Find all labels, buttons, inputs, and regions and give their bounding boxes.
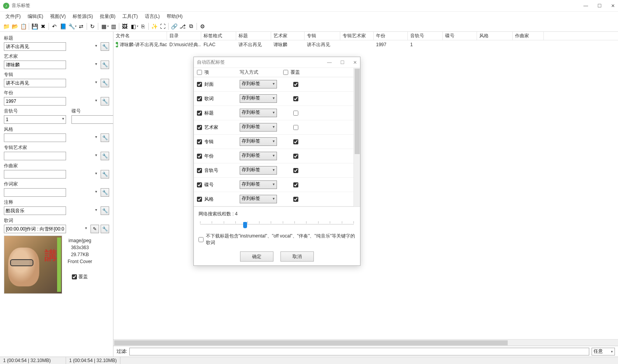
copy-icon[interactable]: 📋 [19,23,27,30]
row-enable-checkbox[interactable] [197,96,202,101]
row-enable-checkbox[interactable] [197,197,202,202]
dialog-close-button[interactable]: ✕ [353,60,357,65]
dialog-maximize-button[interactable]: ☐ [340,60,345,65]
row-enable-checkbox[interactable] [197,125,202,130]
menu-item-6[interactable]: 语言(L) [142,12,163,21]
delete-icon[interactable]: ✖ [39,23,47,30]
row-overwrite-checkbox[interactable] [293,197,298,202]
row-overwrite-checkbox[interactable] [293,82,298,87]
dialog-scrollbar[interactable] [353,68,360,206]
write-mode-select[interactable]: 存到标签 [240,80,277,88]
track-input[interactable] [4,115,66,124]
column-header[interactable]: 风格 [477,32,513,40]
year-input[interactable] [4,97,66,106]
column-header[interactable]: 年份 [374,32,408,40]
row-overwrite-checkbox[interactable] [293,125,298,130]
maximize-button[interactable]: ☐ [597,3,602,9]
row-overwrite-checkbox[interactable] [293,182,298,187]
image-icon[interactable]: 🖼 [121,23,129,30]
row-enable-checkbox[interactable] [197,182,202,187]
column-header[interactable]: 碟号 [443,32,477,40]
cancel-button[interactable]: 取消 [280,251,314,262]
menu-item-3[interactable]: 标签源(S) [70,12,96,21]
grid-icon[interactable]: ▦ [100,23,108,30]
row-enable-checkbox[interactable] [197,154,202,159]
disc-input[interactable] [71,115,113,124]
column-header[interactable]: 专辑艺术家 [340,32,374,40]
save-icon[interactable]: 💾 [31,23,38,30]
window-icon[interactable]: ⧉ [187,23,195,30]
write-mode-select[interactable]: 存到标签 [240,152,277,160]
lyricist-input[interactable] [4,188,66,197]
write-mode-select[interactable]: 存到标签 [240,180,277,189]
crop-icon[interactable]: ⛶ [159,23,167,30]
tree-icon[interactable]: ⎇ [179,23,186,30]
albumartist-input[interactable] [4,152,66,160]
menu-item-4[interactable]: 批量(B) [97,12,118,21]
write-mode-select[interactable]: 存到标签 [240,109,277,117]
skip-instrumental-checkbox[interactable] [198,237,204,242]
row-enable-checkbox[interactable] [197,82,202,87]
write-mode-select[interactable]: 存到标签 [240,166,277,175]
write-mode-select[interactable]: 存到标签 [240,137,277,146]
undo-icon[interactable]: ↶ [50,23,58,30]
minimize-button[interactable]: — [583,3,588,9]
menu-item-0[interactable]: 文件(F) [2,12,24,21]
cover-art[interactable]: 講 [4,236,62,294]
composer-tool-button[interactable]: 🔧 [101,170,109,179]
close-button[interactable]: ✕ [611,3,615,9]
column-header[interactable]: 标签格式 [201,32,236,40]
title-tool-button[interactable]: 🔧 [101,42,109,51]
folder-open-icon[interactable]: 📂 [11,23,19,30]
row-overwrite-checkbox[interactable] [293,96,298,101]
dialog-minimize-button[interactable]: — [327,60,332,65]
lyrics-tool-button[interactable]: 🔧 [101,225,109,233]
lyricist-tool-button[interactable]: 🔧 [101,188,109,197]
row-enable-checkbox[interactable] [197,111,202,116]
write-mode-select[interactable]: 存到标签 [240,123,277,132]
comment-input[interactable] [4,206,66,215]
album-tool-button[interactable]: 🔧 [101,79,109,87]
filter-mode-select[interactable]: 任意 [592,348,615,355]
table-body[interactable]: ▶谭咏麟-讲不出再见.flacD:\music\经典...FLAC讲不出再见谭咏… [113,40,618,339]
row-overwrite-checkbox[interactable] [293,154,298,159]
lyrics-input[interactable] [4,225,66,233]
column-header[interactable]: 目录 [167,32,201,40]
column-header[interactable]: 文件名 [113,32,167,40]
book-icon[interactable]: 📘 [59,23,67,30]
row-overwrite-checkbox[interactable] [293,168,298,173]
wand-icon[interactable]: ✨ [150,23,158,30]
column-header[interactable]: 标题 [236,32,271,40]
filter-input[interactable] [129,348,589,355]
artist-tool-button[interactable]: 🔧 [101,61,109,69]
comment-tool-button[interactable]: 🔧 [101,206,109,215]
dialog-head-overwrite-check[interactable] [283,70,288,75]
menu-item-5[interactable]: 工具(T) [119,12,141,21]
refresh-icon[interactable]: ↻ [89,23,96,30]
genre-input[interactable] [4,133,66,142]
horizontal-scrollbar[interactable] [113,339,618,346]
menu-item-1[interactable]: 编辑(E) [24,12,46,21]
row-overwrite-checkbox[interactable] [293,111,298,116]
dialog-head-check[interactable] [197,70,202,75]
genre-tool-button[interactable]: 🔧 [101,133,109,142]
table-icon[interactable]: ▥ [110,23,117,30]
table-row[interactable]: ▶谭咏麟-讲不出再见.flacD:\music\经典...FLAC讲不出再见谭咏… [113,40,618,49]
gear-icon[interactable]: ⚙ [198,23,206,30]
threads-slider[interactable] [200,220,354,229]
write-mode-select[interactable]: 存到标签 [240,94,277,103]
year-tool-button[interactable]: 🔧 [101,97,109,106]
column-header[interactable]: 专辑 [305,32,340,40]
row-enable-checkbox[interactable] [197,139,202,144]
wrench-icon[interactable]: 🔧 [68,23,75,30]
column-header[interactable]: 音轨号 [408,32,443,40]
link-icon[interactable]: 🔗 [170,23,178,30]
row-enable-checkbox[interactable] [197,168,202,173]
menu-item-7[interactable]: 帮助(H) [164,12,186,21]
menu-item-2[interactable]: 视图(V) [47,12,69,21]
albumartist-tool-button[interactable]: 🔧 [101,152,109,160]
composer-input[interactable] [4,170,66,179]
cover-overwrite-checkbox[interactable]: 覆盖 [72,274,88,280]
column-header[interactable]: 作曲家 [513,32,544,40]
lyrics-edit-button[interactable]: ✎ [91,225,99,233]
